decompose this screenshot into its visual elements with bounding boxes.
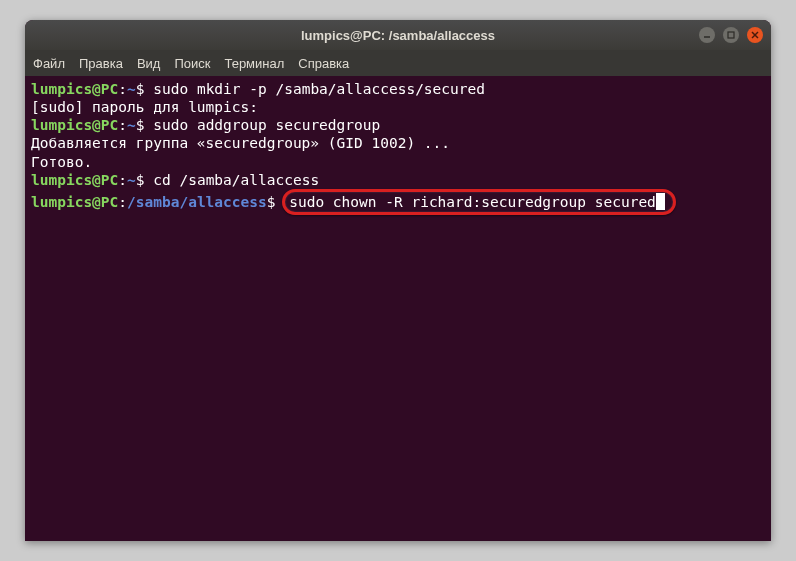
titlebar[interactable]: lumpics@PC: /samba/allaccess: [25, 20, 771, 50]
command-text: cd /samba/allaccess: [153, 172, 319, 188]
prompt-path: /samba/allaccess: [127, 194, 267, 210]
menu-help[interactable]: Справка: [298, 56, 349, 71]
command-text: sudo chown -R richard:securedgroup secur…: [289, 194, 656, 210]
prompt-user: lumpics@PC: [31, 117, 118, 133]
minimize-button[interactable]: [699, 27, 715, 43]
terminal-output: [sudo] пароль для lumpics:: [31, 98, 765, 116]
terminal-line: lumpics@PC:~$ sudo mkdir -p /samba/allac…: [31, 80, 765, 98]
minimize-icon: [703, 31, 711, 39]
prompt-colon: :: [118, 194, 127, 210]
prompt-user: lumpics@PC: [31, 81, 118, 97]
terminal-line: lumpics@PC:~$ cd /samba/allaccess: [31, 171, 765, 189]
menu-search[interactable]: Поиск: [174, 56, 210, 71]
terminal-line: lumpics@PC:~$ sudo addgroup securedgroup: [31, 116, 765, 134]
menu-edit[interactable]: Правка: [79, 56, 123, 71]
prompt-user: lumpics@PC: [31, 194, 118, 210]
prompt-path: ~: [127, 81, 136, 97]
menu-view[interactable]: Вид: [137, 56, 161, 71]
prompt-colon: :: [118, 172, 127, 188]
menubar: Файл Правка Вид Поиск Терминал Справка: [25, 50, 771, 76]
prompt-path: ~: [127, 172, 136, 188]
highlighted-command: sudo chown -R richard:securedgroup secur…: [282, 189, 676, 215]
command-text: sudo mkdir -p /samba/allaccess/secured: [153, 81, 485, 97]
close-button[interactable]: [747, 27, 763, 43]
prompt-dollar: $: [136, 117, 153, 133]
prompt-user: lumpics@PC: [31, 172, 118, 188]
prompt-colon: :: [118, 81, 127, 97]
prompt-dollar: $: [136, 172, 153, 188]
command-text: sudo addgroup securedgroup: [153, 117, 380, 133]
svg-rect-1: [728, 32, 734, 38]
terminal-window: lumpics@PC: /samba/allaccess Файл Правка…: [25, 20, 771, 541]
window-title: lumpics@PC: /samba/allaccess: [301, 28, 495, 43]
terminal-content[interactable]: lumpics@PC:~$ sudo mkdir -p /samba/allac…: [25, 76, 771, 219]
terminal-line: lumpics@PC:/samba/allaccess$ sudo chown …: [31, 189, 765, 215]
window-controls: [699, 27, 763, 43]
maximize-button[interactable]: [723, 27, 739, 43]
terminal-output: Добавляется группа «securedgroup» (GID 1…: [31, 134, 765, 152]
cursor: [656, 193, 665, 210]
prompt-dollar: $: [136, 81, 153, 97]
menu-terminal[interactable]: Терминал: [224, 56, 284, 71]
terminal-output: Готово.: [31, 153, 765, 171]
menu-file[interactable]: Файл: [33, 56, 65, 71]
prompt-colon: :: [118, 117, 127, 133]
maximize-icon: [727, 31, 735, 39]
prompt-path: ~: [127, 117, 136, 133]
close-icon: [751, 31, 759, 39]
